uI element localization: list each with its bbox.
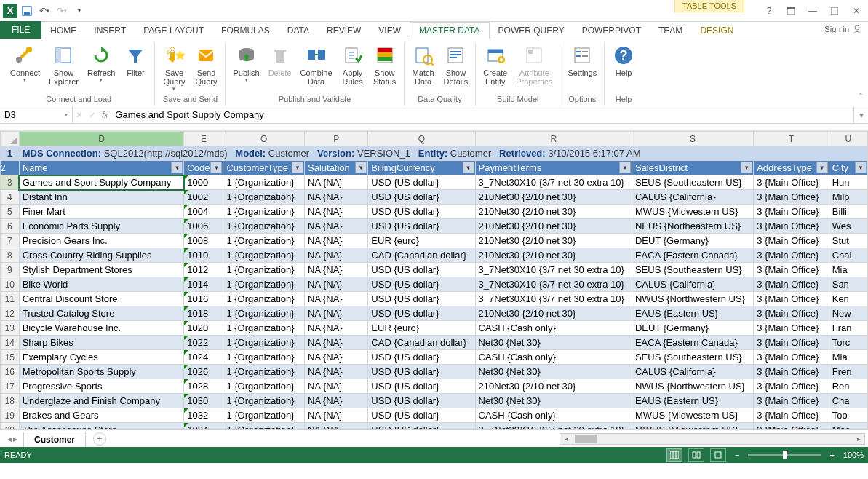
cell[interactable]: USD {US dollar} — [368, 408, 475, 423]
row-header-7[interactable]: 7 — [1, 234, 20, 248]
cell[interactable]: 1 {Organization} — [223, 336, 305, 350]
cell[interactable]: Fren — [829, 365, 867, 379]
cell[interactable]: NA {NA} — [305, 277, 368, 292]
cell[interactable]: 1030 — [184, 394, 223, 408]
cell[interactable]: 210Net30 {2/10 net 30} — [475, 190, 632, 205]
cell[interactable]: Exemplary Cycles — [19, 350, 184, 365]
btn-help[interactable]: ?Help — [609, 42, 638, 79]
cell[interactable]: Cha — [829, 394, 867, 408]
cell[interactable]: 1 {Organization} — [223, 234, 305, 248]
cell[interactable]: San — [829, 277, 867, 292]
cell[interactable]: NA {NA} — [305, 336, 368, 350]
cell[interactable]: CALUS {California} — [632, 365, 753, 379]
tab-powerpivot[interactable]: POWERPIVOT — [573, 23, 650, 39]
select-all-corner[interactable] — [1, 132, 20, 146]
tab-home[interactable]: HOME — [41, 23, 85, 39]
namebox-dropdown-icon[interactable]: ▾ — [65, 111, 68, 118]
cell[interactable]: EUR {euro} — [368, 234, 475, 248]
col-header-D[interactable]: D — [19, 132, 184, 146]
cell[interactable]: 1 {Organization} — [223, 379, 305, 394]
cell[interactable]: EACA {Eastern Canada} — [632, 248, 753, 263]
tab-masterdata[interactable]: MASTER DATA — [410, 22, 490, 39]
cell[interactable]: CAD {Canadian dollar} — [368, 248, 475, 263]
cell[interactable]: Fran — [829, 321, 867, 336]
qat-redo[interactable]: ↷▾ — [54, 3, 70, 19]
collapse-ribbon[interactable]: ˆ — [856, 90, 865, 106]
cell[interactable]: USD {US dollar} — [368, 263, 475, 277]
row-header-8[interactable]: 8 — [1, 248, 20, 263]
sheet-tab-customer[interactable]: Customer — [23, 432, 86, 447]
add-sheet-button[interactable]: + — [93, 432, 106, 446]
row-header-17[interactable]: 17 — [1, 379, 20, 394]
hscroll-thumb[interactable] — [575, 435, 597, 443]
sheet-nav-first[interactable]: ◂ — [7, 434, 12, 444]
cell[interactable]: DEUT {Germany} — [632, 321, 753, 336]
row-header-6[interactable]: 6 — [1, 219, 20, 234]
cell[interactable]: EAUS {Eastern US} — [632, 394, 753, 408]
row-header-15[interactable]: 15 — [1, 350, 20, 365]
cell[interactable]: 1028 — [184, 379, 223, 394]
cell[interactable]: 3 {Main Office} — [754, 205, 829, 219]
cell[interactable]: 3 {Main Office} — [754, 175, 829, 190]
row-header-3[interactable]: 3 — [1, 175, 20, 190]
cell[interactable]: 3_7Net30X10 {3/7 net 30 extra 10} — [475, 263, 632, 277]
cell[interactable]: USD {US dollar} — [368, 219, 475, 234]
row-header-20[interactable]: 20 — [1, 423, 20, 430]
cell[interactable]: Distant Inn — [19, 190, 184, 205]
cell[interactable]: DEUT {Germany} — [632, 234, 753, 248]
cell[interactable]: NA {NA} — [305, 423, 368, 430]
cell[interactable]: USD {US dollar} — [368, 423, 475, 430]
cell[interactable]: 1026 — [184, 365, 223, 379]
cell[interactable]: 1 {Organization} — [223, 248, 305, 263]
filter-dropdown-icon[interactable]: ▼ — [741, 162, 752, 173]
row-header-12[interactable]: 12 — [1, 306, 20, 321]
cell[interactable]: USD {US dollar} — [368, 292, 475, 306]
cell[interactable]: NA {NA} — [305, 408, 368, 423]
cell[interactable]: 1014 — [184, 277, 223, 292]
col-header-E[interactable]: E — [184, 132, 223, 146]
cell[interactable]: 3 {Main Office} — [754, 408, 829, 423]
filter-dropdown-icon[interactable]: ▼ — [171, 162, 183, 173]
cell[interactable]: Brakes and Gears — [19, 408, 184, 423]
cell[interactable]: New — [829, 306, 867, 321]
cell[interactable]: Stylish Department Stores — [19, 263, 184, 277]
cancel-formula-icon[interactable]: ✕ — [76, 110, 83, 120]
btn-combine-data[interactable]: Combine Data — [298, 42, 335, 87]
cell[interactable]: 210Net30 {2/10 net 30} — [475, 234, 632, 248]
cell[interactable]: 1 {Organization} — [223, 175, 305, 190]
cell[interactable]: NA {NA} — [305, 306, 368, 321]
cell[interactable]: USD {US dollar} — [368, 394, 475, 408]
col-header-Q[interactable]: Q — [368, 132, 475, 146]
horizontal-scrollbar[interactable]: ◂ ▸ — [560, 433, 865, 445]
filter-dropdown-icon[interactable]: ▼ — [210, 162, 222, 173]
cell[interactable]: NA {NA} — [305, 248, 368, 263]
cell[interactable]: NA {NA} — [305, 219, 368, 234]
view-page-layout[interactable] — [688, 448, 704, 462]
cell[interactable]: EACA {Eastern Canada} — [632, 336, 753, 350]
cell[interactable]: 210Net30 {2/10 net 30} — [475, 219, 632, 234]
cell[interactable]: Hun — [829, 175, 867, 190]
cell[interactable]: USD {US dollar} — [368, 306, 475, 321]
cell[interactable]: NA {NA} — [305, 263, 368, 277]
cell[interactable]: 3 {Main Office} — [754, 350, 829, 365]
cell[interactable]: 210Net30 {2/10 net 30} — [475, 306, 632, 321]
cell[interactable]: USD {US dollar} — [368, 365, 475, 379]
cell[interactable]: 1022 — [184, 336, 223, 350]
cell[interactable]: EUR {euro} — [368, 321, 475, 336]
cell[interactable]: 1012 — [184, 263, 223, 277]
btn-show-status[interactable]: Show Status — [370, 42, 399, 87]
cell[interactable]: Underglaze and Finish Company — [19, 394, 184, 408]
zoom-slider[interactable] — [748, 454, 821, 456]
cell[interactable]: USD {US dollar} — [368, 277, 475, 292]
cell[interactable]: Torc — [829, 336, 867, 350]
tab-powerquery[interactable]: POWER QUERY — [490, 23, 573, 39]
maximize-button[interactable] — [824, 3, 845, 19]
col-header-S[interactable]: S — [632, 132, 753, 146]
col-header-T[interactable]: T — [754, 132, 829, 146]
cell[interactable]: 3 {Main Office} — [754, 379, 829, 394]
tab-data[interactable]: DATA — [279, 23, 318, 39]
cell[interactable]: 1 {Organization} — [223, 190, 305, 205]
view-normal[interactable] — [666, 448, 682, 462]
cell[interactable]: 3_7Net30X10 {3/7 net 30 extra 10} — [475, 175, 632, 190]
filter-dropdown-icon[interactable]: ▼ — [355, 162, 367, 173]
